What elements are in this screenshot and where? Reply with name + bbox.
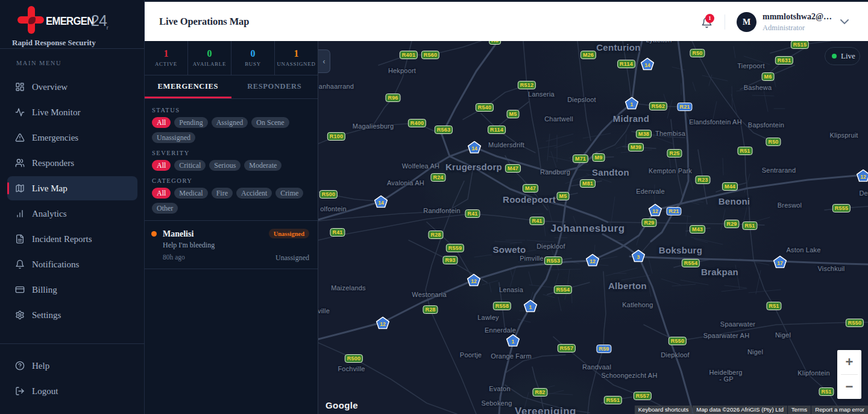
svg-text:12: 12: [471, 278, 477, 284]
svg-text:12: 12: [590, 258, 596, 264]
svg-text:14: 14: [378, 200, 384, 206]
svg-text:12: 12: [652, 208, 658, 214]
svg-text:1: 1: [529, 304, 532, 310]
svg-text:17: 17: [777, 260, 783, 266]
svg-text:12: 12: [380, 321, 386, 327]
svg-text:14: 14: [644, 62, 650, 68]
svg-text:3: 3: [637, 254, 640, 260]
svg-text:12: 12: [860, 174, 866, 180]
svg-text:1: 1: [631, 101, 634, 107]
svg-text:14: 14: [471, 145, 477, 151]
svg-text:1: 1: [512, 339, 515, 345]
